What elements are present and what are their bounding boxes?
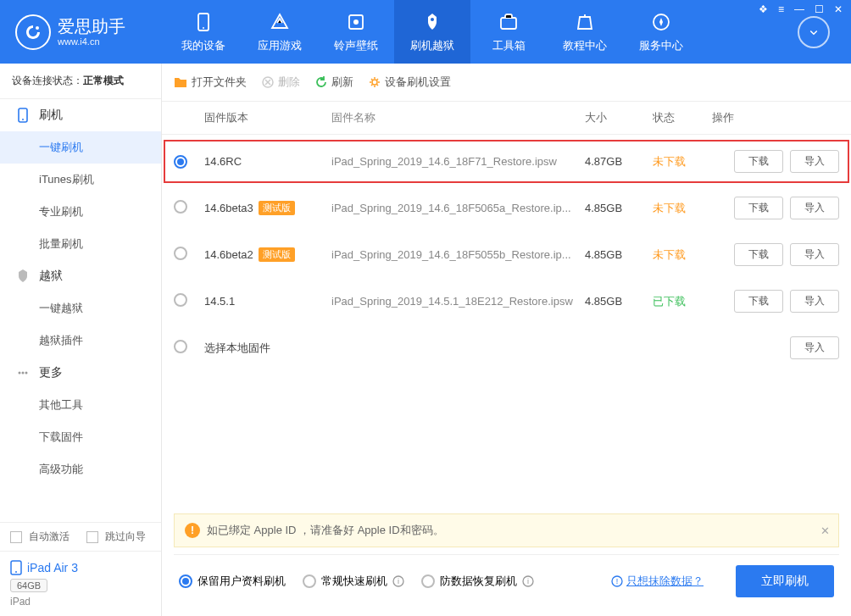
group-title: 刷机 bbox=[39, 108, 63, 123]
nav-label: 铃声壁纸 bbox=[334, 38, 378, 53]
sidebar-item-0-2[interactable]: 专业刷机 bbox=[0, 196, 161, 228]
row-action-button[interactable]: 下载 bbox=[734, 290, 783, 313]
nav-tab-2[interactable]: 铃声壁纸 bbox=[318, 0, 394, 64]
open-folder-button[interactable]: 打开文件夹 bbox=[174, 75, 247, 90]
firmware-row[interactable]: 14.6beta3测试版iPad_Spring_2019_14.6_18F506… bbox=[162, 185, 851, 231]
maximize-icon[interactable]: ☐ bbox=[815, 3, 824, 15]
row-size: 4.85GB bbox=[585, 295, 653, 308]
row-size: 4.85GB bbox=[585, 248, 653, 261]
app-title: 爱思助手 bbox=[58, 16, 125, 36]
row-radio[interactable] bbox=[174, 293, 187, 307]
row-version: 14.6beta3 bbox=[204, 202, 253, 214]
refresh-button[interactable]: 刷新 bbox=[315, 75, 353, 90]
nav-tab-5[interactable]: 教程中心 bbox=[547, 0, 623, 64]
sync-button[interactable] bbox=[798, 16, 830, 48]
sidebar-item-1-0[interactable]: 一键越狱 bbox=[0, 292, 161, 325]
logo-area: 爱思助手 www.i4.cn bbox=[0, 14, 165, 50]
nav-tab-3[interactable]: 刷机越狱 bbox=[394, 0, 470, 64]
row-radio[interactable] bbox=[174, 200, 187, 214]
row-filename: iPad_Spring_2019_14.6_18F5065a_Restore.i… bbox=[331, 202, 585, 214]
nav-label: 服务中心 bbox=[639, 38, 683, 53]
firmware-row[interactable]: 14.5.1iPad_Spring_2019_14.5.1_18E212_Res… bbox=[162, 278, 851, 325]
row-filename: iPad_Spring_2019_14.6_18F71_Restore.ipsw bbox=[331, 155, 585, 168]
row-action-button[interactable]: 导入 bbox=[790, 336, 839, 359]
svg-point-10 bbox=[22, 119, 24, 120]
svg-text:!: ! bbox=[616, 577, 619, 585]
firmware-row[interactable]: 选择本地固件导入 bbox=[162, 325, 851, 371]
svg-point-5 bbox=[431, 18, 434, 21]
firmware-rows: 14.6RCiPad_Spring_2019_14.6_18F71_Restor… bbox=[162, 135, 851, 371]
header-version: 固件版本 bbox=[204, 110, 331, 125]
sidebar-item-2-0[interactable]: 其他工具 bbox=[0, 389, 161, 421]
nav-icon bbox=[345, 11, 367, 33]
banner-close-icon[interactable]: ✕ bbox=[820, 524, 830, 537]
svg-point-15 bbox=[15, 571, 17, 573]
row-action-button[interactable]: 导入 bbox=[790, 150, 839, 173]
row-radio[interactable] bbox=[174, 247, 187, 260]
erase-data-link[interactable]: !只想抹除数据？ bbox=[611, 574, 704, 589]
sidebar-bottom: 自动激活 跳过向导 iPad Air 3 64GB iPad bbox=[0, 522, 161, 616]
info-icon[interactable]: i bbox=[392, 575, 404, 587]
option-radio[interactable] bbox=[421, 574, 435, 588]
svg-point-13 bbox=[25, 372, 28, 375]
row-radio[interactable] bbox=[174, 340, 187, 353]
sidebar-item-2-2[interactable]: 高级功能 bbox=[0, 453, 161, 486]
row-action-button[interactable]: 导入 bbox=[790, 197, 839, 219]
svg-point-12 bbox=[22, 372, 25, 375]
nav-tab-1[interactable]: 应用游戏 bbox=[242, 0, 318, 64]
svg-point-0 bbox=[36, 26, 39, 30]
sidebar-item-0-0[interactable]: 一键刷机 bbox=[0, 131, 161, 164]
flash-option-1[interactable]: 常规快速刷机i bbox=[303, 574, 404, 589]
gear-icon bbox=[369, 76, 381, 88]
sidebar-group-2[interactable]: 更多 bbox=[0, 357, 161, 389]
svg-text:i: i bbox=[398, 577, 399, 585]
nav-tab-4[interactable]: 工具箱 bbox=[470, 0, 547, 64]
settings-button[interactable]: 设备刷机设置 bbox=[369, 75, 451, 90]
skip-wizard-checkbox[interactable] bbox=[86, 531, 98, 543]
sidebar-item-2-1[interactable]: 下载固件 bbox=[0, 421, 161, 453]
info-icon[interactable]: i bbox=[522, 575, 534, 587]
svg-point-19 bbox=[372, 80, 377, 85]
row-filename: iPad_Spring_2019_14.6_18F5055b_Restore.i… bbox=[331, 248, 585, 261]
flash-option-2[interactable]: 防数据恢复刷机i bbox=[421, 574, 534, 589]
group-icon bbox=[15, 269, 31, 284]
row-action-button[interactable]: 导入 bbox=[790, 290, 839, 313]
option-radio[interactable] bbox=[179, 574, 192, 588]
sidebar-item-0-1[interactable]: iTunes刷机 bbox=[0, 164, 161, 196]
firmware-row[interactable]: 14.6RCiPad_Spring_2019_14.6_18F71_Restor… bbox=[162, 138, 851, 185]
device-model: iPad bbox=[10, 596, 151, 608]
menu-icon[interactable]: ≡ bbox=[778, 3, 784, 15]
group-title: 越狱 bbox=[39, 269, 63, 284]
close-icon[interactable]: ✕ bbox=[834, 3, 843, 15]
row-version: 14.6beta2 bbox=[204, 248, 253, 261]
auto-activate-checkbox[interactable] bbox=[10, 531, 22, 543]
row-action-button[interactable]: 下载 bbox=[734, 197, 783, 219]
sidebar-group-0[interactable]: 刷机 bbox=[0, 99, 161, 131]
device-name: iPad Air 3 bbox=[27, 561, 78, 574]
flash-now-button[interactable]: 立即刷机 bbox=[736, 565, 834, 597]
nav-label: 教程中心 bbox=[563, 38, 607, 53]
option-radio[interactable] bbox=[303, 574, 316, 588]
firmware-row[interactable]: 14.6beta2测试版iPad_Spring_2019_14.6_18F505… bbox=[162, 231, 851, 278]
row-action-button[interactable]: 导入 bbox=[790, 243, 839, 266]
nav-tab-0[interactable]: 我的设备 bbox=[165, 0, 242, 64]
skin-icon[interactable]: ❖ bbox=[759, 3, 768, 15]
beta-badge: 测试版 bbox=[259, 201, 295, 215]
minimize-icon[interactable]: — bbox=[794, 3, 804, 15]
row-status: 未下载 bbox=[653, 247, 712, 263]
sidebar-list: 刷机一键刷机iTunes刷机专业刷机批量刷机越狱一键越狱越狱插件更多其他工具下载… bbox=[0, 99, 161, 522]
delete-icon bbox=[262, 76, 274, 88]
nav-tab-6[interactable]: 服务中心 bbox=[623, 0, 699, 64]
row-version: 14.5.1 bbox=[204, 295, 235, 308]
row-action-button[interactable]: 下载 bbox=[734, 150, 783, 173]
sidebar-item-0-3[interactable]: 批量刷机 bbox=[0, 228, 161, 260]
nav-icon bbox=[498, 11, 520, 33]
sidebar-group-1[interactable]: 越狱 bbox=[0, 260, 161, 292]
row-radio[interactable] bbox=[174, 155, 187, 169]
delete-button[interactable]: 删除 bbox=[262, 75, 300, 90]
row-action-button[interactable]: 下载 bbox=[734, 243, 783, 266]
sidebar-item-1-1[interactable]: 越狱插件 bbox=[0, 325, 161, 357]
svg-point-4 bbox=[353, 19, 359, 25]
device-info[interactable]: iPad Air 3 64GB iPad bbox=[0, 551, 161, 616]
flash-option-0[interactable]: 保留用户资料刷机 bbox=[179, 574, 286, 589]
